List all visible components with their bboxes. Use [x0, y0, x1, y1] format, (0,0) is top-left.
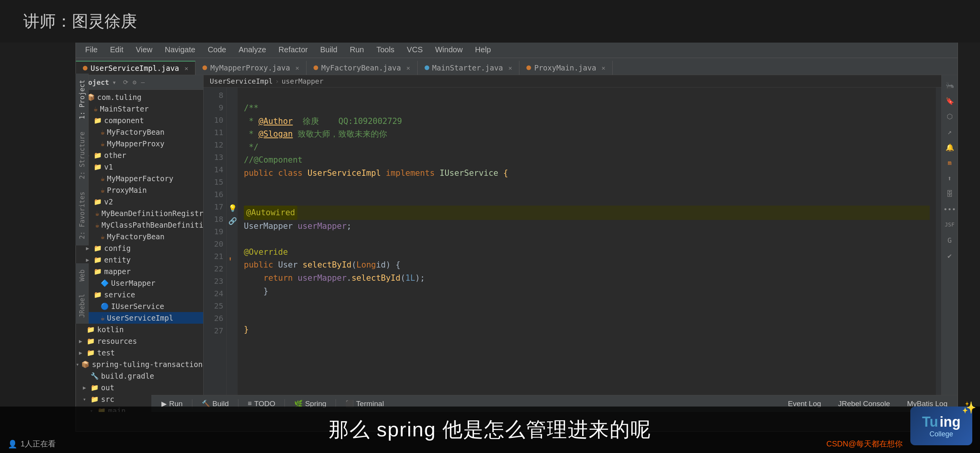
folder-icon: 📁: [91, 384, 99, 391]
chevron-icon: ▶: [83, 384, 88, 391]
tab-close-proxymain[interactable]: ✕: [601, 64, 605, 72]
menu-view[interactable]: View: [131, 44, 157, 56]
tree-spring-tuling-transactional[interactable]: ▾ 📦 spring-tuling-transactional: [76, 359, 203, 370]
tree-config[interactable]: ▶ 📁 config: [76, 242, 203, 254]
tree-iuserservice[interactable]: 🔵 IUserService: [76, 300, 203, 312]
tree-label-entity: entity: [104, 256, 131, 264]
tree-kotlin[interactable]: 📁 kotlin: [76, 324, 203, 335]
tree-mybeandefinitionregistry[interactable]: ☕ MyBeanDefinitionRegistr...: [76, 208, 203, 219]
brace-close: }: [244, 323, 249, 336]
left-panel-tabs: 1: Project 2: Structure 2: Favorites: [75, 74, 89, 245]
menu-tools[interactable]: Tools: [372, 44, 399, 56]
tab-userserviceimpl[interactable]: UserServiceImpl.java ✕: [76, 61, 195, 75]
web-tab[interactable]: Web: [75, 263, 88, 288]
tree-usermapper[interactable]: 🔷 UserMapper: [76, 277, 203, 289]
tree-mapper[interactable]: ▾ 📁 mapper: [76, 266, 203, 277]
tree-proxymain[interactable]: ☕ ProxyMain: [76, 184, 203, 196]
subtitle-text: 那么 spring 他是怎么管理进来的呢: [329, 416, 652, 443]
menu-vcs[interactable]: VCS: [402, 44, 427, 56]
upload-tool[interactable]: ⬆: [943, 171, 957, 185]
tree-label-kotlin: kotlin: [97, 325, 124, 334]
line-numbers: 8 9 10 11 12 13 14 15 16 17 18 19 20 21 …: [204, 88, 227, 412]
bean-validation-tool[interactable]: ✔: [943, 249, 957, 263]
code-line-17: @Autowired: [244, 206, 930, 220]
menu-window[interactable]: Window: [430, 44, 467, 56]
notifications-tool[interactable]: 🔔: [943, 140, 957, 154]
tree-v2-myfactorybean[interactable]: ☕ MyFactoryBean: [76, 231, 203, 242]
gradle-tool[interactable]: G: [943, 233, 957, 247]
menu-file[interactable]: File: [81, 44, 102, 56]
sync-icon[interactable]: ⟳: [122, 77, 129, 87]
tree-label-iuserservice: IUserService: [111, 302, 164, 311]
tuling-college-text: College: [929, 430, 953, 438]
more-tool[interactable]: •••: [943, 202, 957, 216]
interface-file-icon: 🔷: [101, 279, 109, 287]
menu-analyze[interactable]: Analyze: [234, 44, 271, 56]
tree-mymapperfactory[interactable]: ☕ MyMapperFactory: [76, 173, 203, 184]
jsf-tool[interactable]: JSF: [943, 218, 957, 232]
code-line-20: @Override: [244, 246, 930, 259]
menu-help[interactable]: Help: [470, 44, 495, 56]
tab-close-myfactorybean[interactable]: ✕: [406, 64, 410, 72]
ant-build-tool[interactable]: 🐜: [943, 78, 957, 92]
tree-mainstarter[interactable]: ☕ MainStarter: [76, 103, 203, 115]
tab-close-mymapperproxy[interactable]: ✕: [295, 64, 299, 72]
code-line-14: public class UserServiceImpl implements …: [244, 167, 930, 180]
code-area[interactable]: 8 9 10 11 12 13 14 15 16 17 18 19 20 21 …: [204, 88, 941, 412]
tab-proxymain[interactable]: ProxyMain.java ✕: [519, 61, 613, 75]
maven-tool[interactable]: m: [943, 156, 957, 170]
collapse-icon[interactable]: —: [140, 77, 146, 87]
tree-label-v2: v2: [104, 197, 113, 206]
hierarchy-tool[interactable]: ⬡: [943, 109, 957, 123]
tab-myfactorybean[interactable]: MyFactoryBean.java ✕: [307, 61, 418, 75]
menu-build[interactable]: Build: [315, 44, 342, 56]
share-tool[interactable]: ↗: [943, 125, 957, 139]
tree-label-mybeandefinitionregistry: MyBeanDefinitionRegistr...: [101, 209, 203, 218]
vertical-scrollbar[interactable]: [936, 88, 941, 412]
tree-myfactorybean[interactable]: ☕ MyFactoryBean: [76, 126, 203, 138]
gradle-file-icon: 🔧: [91, 372, 99, 380]
code-editor[interactable]: UserServiceImpl › userMapper 8 9 10 11 1…: [204, 75, 941, 412]
menu-edit[interactable]: Edit: [105, 44, 128, 56]
tree-entity[interactable]: ▶ 📁 entity: [76, 254, 203, 266]
menu-refactor[interactable]: Refactor: [274, 44, 313, 56]
tree-other[interactable]: ▶ 📁 other: [76, 149, 203, 161]
tree-component[interactable]: ▾ 📁 component: [76, 115, 203, 126]
favorites-tab[interactable]: 2: Favorites: [75, 185, 88, 245]
tab-mainstarter[interactable]: MainStarter.java ✕: [418, 61, 520, 75]
menu-run[interactable]: Run: [345, 44, 369, 56]
watermark-text: 讲师：图灵徐庚: [23, 10, 137, 32]
tree-v1[interactable]: ▾ 📁 v1: [76, 161, 203, 173]
tree-userserviceimpl[interactable]: ☕ UserServiceImpl: [76, 312, 203, 324]
code-content[interactable]: /** * @Author 徐庚 QQ:1092002729 * @Slogan…: [238, 88, 936, 412]
comment-token: *: [244, 115, 259, 128]
tree-out[interactable]: ▶ 📁 out: [76, 382, 203, 393]
tab-close-userserviceimpl[interactable]: ✕: [185, 65, 188, 72]
tree-myclasspathbeandefinition[interactable]: ☕ MyClassPathBeanDefiniti...: [76, 219, 203, 231]
code-line-25: [244, 311, 930, 323]
project-tab[interactable]: 1: Project: [75, 74, 88, 125]
tree-resources[interactable]: ▶ 📁 resources: [76, 335, 203, 347]
tree-mymapperproxy[interactable]: ☕ MyMapperProxy: [76, 138, 203, 149]
tree-test[interactable]: ▶ 📁 test: [76, 347, 203, 359]
warning-icon-line17: 💡: [228, 204, 237, 212]
folder-icon: 📁: [94, 268, 102, 275]
breadcrumb-part2: userMapper: [281, 77, 323, 85]
tree-service[interactable]: ▾ 📁 service: [76, 289, 203, 300]
code-line-24: [244, 298, 930, 311]
tree-v2[interactable]: ▾ 📁 v2: [76, 196, 203, 208]
bookmarks-tool[interactable]: 🔖: [943, 94, 957, 108]
tab-close-mainstarter[interactable]: ✕: [509, 64, 512, 72]
tab-label-userserviceimpl: UserServiceImpl.java: [91, 64, 179, 72]
structure-tab[interactable]: 2: Structure: [75, 125, 88, 185]
tree-build-gradle[interactable]: 🔧 build.gradle: [76, 370, 203, 382]
menu-navigate[interactable]: Navigate: [160, 44, 200, 56]
menu-code[interactable]: Code: [203, 44, 231, 56]
project-dropdown-icon[interactable]: ▾: [112, 78, 117, 86]
settings-icon[interactable]: ⚙: [132, 77, 138, 87]
tab-mymapperproxy[interactable]: MyMapperProxy.java ✕: [195, 61, 307, 75]
tree-com-tuling[interactable]: ▾ 📦 com.tuling: [76, 91, 203, 103]
java-file-icon: ☕: [101, 140, 105, 148]
jrebel-tab[interactable]: JRebel: [75, 288, 88, 324]
database-tool[interactable]: 🗄: [943, 187, 957, 201]
